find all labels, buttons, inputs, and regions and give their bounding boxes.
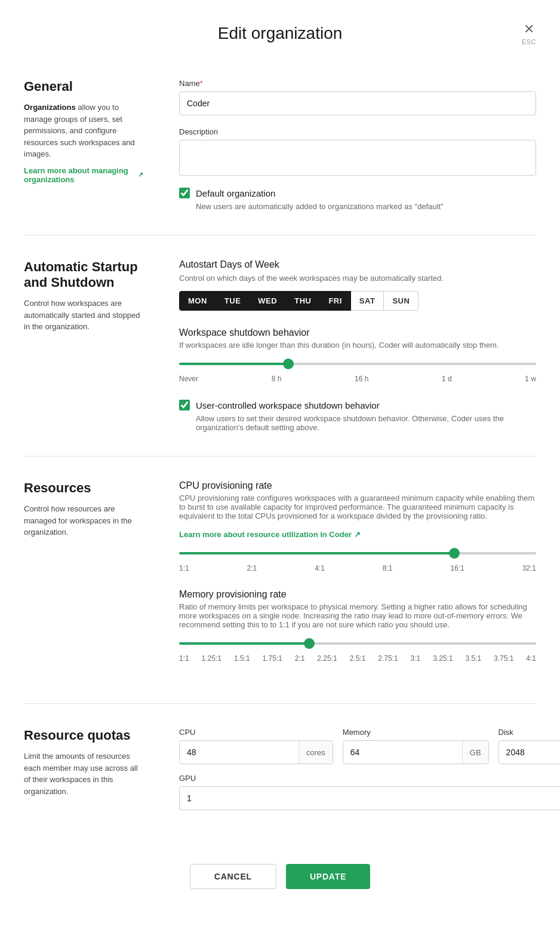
mem-slider[interactable] bbox=[179, 642, 536, 645]
name-label: Name* bbox=[179, 79, 536, 88]
disk-quota-label: Disk bbox=[499, 728, 560, 737]
shutdown-title: Workspace shutdown behavior bbox=[179, 327, 536, 338]
resources-section-left: Resources Control how resources are mana… bbox=[24, 480, 143, 679]
autostart-label: Autostart Days of Week bbox=[179, 259, 536, 270]
default-org-checkbox[interactable] bbox=[179, 188, 190, 198]
general-section: General Organizations allow you to manag… bbox=[24, 55, 536, 235]
startup-title: Automatic Startup and Shutdown bbox=[24, 259, 143, 290]
disk-quota-input-row: GB bbox=[499, 740, 560, 764]
mem-label-2: 1.25:1 bbox=[202, 654, 221, 663]
general-desc: Organizations allow you to manage groups… bbox=[24, 102, 143, 160]
mem-label-4: 1.75:1 bbox=[262, 654, 282, 663]
cpu-label-4: 8:1 bbox=[383, 564, 393, 572]
days-container: MON TUE WED THU FRI SAT SUN bbox=[179, 291, 536, 311]
disk-quota-input[interactable] bbox=[499, 743, 560, 762]
quota-grid: CPU cores Memory GB Disk bbox=[179, 728, 560, 764]
shutdown-labels: Never 8 h 16 h 1 d 1 w bbox=[179, 375, 536, 383]
cpu-label-6: 32:1 bbox=[522, 564, 536, 572]
resources-section: Resources Control how resources are mana… bbox=[24, 456, 536, 704]
shutdown-label-never: Never bbox=[179, 375, 198, 383]
mem-slider-container bbox=[179, 638, 536, 649]
learn-more-link[interactable]: Learn more about managing organizations … bbox=[24, 166, 143, 184]
resources-desc: Control how resources are managed for wo… bbox=[24, 503, 143, 538]
mem-label-9: 3:1 bbox=[411, 654, 421, 663]
shutdown-slider[interactable] bbox=[179, 363, 536, 365]
page-header: Edit organization ✕ ESC bbox=[0, 0, 560, 55]
default-org-label: Default organization bbox=[196, 188, 275, 198]
day-wed-button[interactable]: WED bbox=[250, 291, 286, 311]
startup-section: Automatic Startup and Shutdown Control h… bbox=[24, 235, 536, 456]
memory-quota-unit: GB bbox=[462, 741, 488, 764]
cpu-learn-more-text: Learn more about resource utilization in… bbox=[179, 530, 352, 539]
user-shutdown-checkbox-row: User-controlled workspace shutdown behav… bbox=[179, 400, 536, 410]
quotas-title: Resource quotas bbox=[24, 728, 143, 743]
close-icon: ✕ bbox=[524, 22, 534, 37]
day-sun-button[interactable]: SUN bbox=[384, 291, 419, 311]
shutdown-label-1d: 1 d bbox=[442, 375, 452, 383]
cpu-quota-input[interactable] bbox=[180, 743, 299, 762]
memory-quota-label: Memory bbox=[343, 728, 489, 737]
mem-label-13: 4:1 bbox=[526, 654, 536, 663]
startup-desc: Control how workspaces are automatically… bbox=[24, 298, 143, 333]
day-fri-button[interactable]: FRI bbox=[320, 291, 350, 311]
memory-quota-input-row: GB bbox=[343, 740, 489, 764]
gpu-quota-input[interactable] bbox=[180, 789, 560, 808]
description-input[interactable] bbox=[179, 140, 536, 176]
shutdown-slider-section: Workspace shutdown behavior If workspace… bbox=[179, 327, 536, 383]
description-field-group: Description bbox=[179, 127, 536, 176]
general-desc-intro: Organizations bbox=[24, 103, 76, 112]
autostart-desc: Control on which days of the week worksp… bbox=[179, 274, 536, 283]
cpu-label-1: 1:1 bbox=[179, 564, 189, 572]
default-org-desc: New users are automatically added to org… bbox=[196, 202, 536, 211]
user-shutdown-desc: Allow users to set their desired workspa… bbox=[196, 414, 536, 432]
cpu-slider-section: CPU provisioning rate CPU provisioning r… bbox=[179, 480, 536, 572]
gpu-quota-input-row: GPU bbox=[179, 786, 560, 810]
cpu-quota-input-row: cores bbox=[179, 740, 333, 764]
gpu-quota-field: GPU GPU bbox=[179, 774, 560, 810]
cpu-label-5: 16:1 bbox=[450, 564, 464, 572]
cpu-labels: 1:1 2:1 4:1 8:1 16:1 32:1 bbox=[179, 564, 536, 572]
close-button[interactable]: ✕ ESC bbox=[522, 22, 536, 45]
cpu-quota-label: CPU bbox=[179, 728, 333, 737]
general-section-right: Name* Description Default organization N… bbox=[179, 79, 536, 211]
memory-quota-input[interactable] bbox=[343, 743, 462, 762]
mem-title: Memory provisioning rate bbox=[179, 589, 536, 600]
update-button[interactable]: UPDATE bbox=[286, 864, 370, 889]
day-thu-button[interactable]: THU bbox=[286, 291, 320, 311]
memory-quota-field: Memory GB bbox=[343, 728, 489, 764]
shutdown-label-8h: 8 h bbox=[272, 375, 282, 383]
name-field-group: Name* bbox=[179, 79, 536, 115]
shutdown-label-1w: 1 w bbox=[525, 375, 536, 383]
esc-label: ESC bbox=[522, 38, 536, 45]
quotas-section-left: Resource quotas Limit the amounts of res… bbox=[24, 728, 143, 810]
cpu-slider[interactable] bbox=[179, 552, 536, 554]
mem-label-5: 2:1 bbox=[295, 654, 305, 663]
mem-label-11: 3.5:1 bbox=[465, 654, 481, 663]
main-content: General Organizations allow you to manag… bbox=[0, 55, 560, 834]
day-sat-button[interactable]: SAT bbox=[351, 291, 384, 311]
shutdown-slider-container bbox=[179, 358, 536, 370]
page-title: Edit organization bbox=[12, 24, 548, 43]
resources-section-right: CPU provisioning rate CPU provisioning r… bbox=[179, 480, 536, 679]
name-input[interactable] bbox=[179, 91, 536, 115]
external-link-icon: ↗ bbox=[138, 171, 143, 179]
mem-labels: 1:1 1.25:1 1.5:1 1.75:1 2:1 2.25:1 2.5:1… bbox=[179, 654, 536, 663]
cpu-learn-more-link[interactable]: Learn more about resource utilization in… bbox=[179, 530, 361, 539]
user-shutdown-checkbox[interactable] bbox=[179, 400, 190, 410]
cpu-label-2: 2:1 bbox=[247, 564, 257, 572]
gpu-quota-label: GPU bbox=[179, 774, 560, 783]
cpu-quota-unit: cores bbox=[299, 741, 333, 764]
general-section-left: General Organizations allow you to manag… bbox=[24, 79, 143, 211]
description-label: Description bbox=[179, 127, 536, 136]
mem-label-10: 3.25:1 bbox=[433, 654, 453, 663]
cpu-ext-icon: ↗ bbox=[354, 530, 361, 539]
mem-slider-section: Memory provisioning rate Ratio of memory… bbox=[179, 589, 536, 663]
day-tue-button[interactable]: TUE bbox=[216, 291, 250, 311]
default-org-checkbox-row: Default organization bbox=[179, 188, 536, 198]
mem-desc: Ratio of memory limits per workspace to … bbox=[179, 602, 536, 629]
cancel-button[interactable]: CANCEL bbox=[190, 864, 276, 889]
resources-title: Resources bbox=[24, 480, 143, 496]
day-mon-button[interactable]: MON bbox=[179, 291, 216, 311]
quotas-section-right: CPU cores Memory GB Disk bbox=[179, 728, 560, 810]
cpu-label-3: 4:1 bbox=[315, 564, 325, 572]
